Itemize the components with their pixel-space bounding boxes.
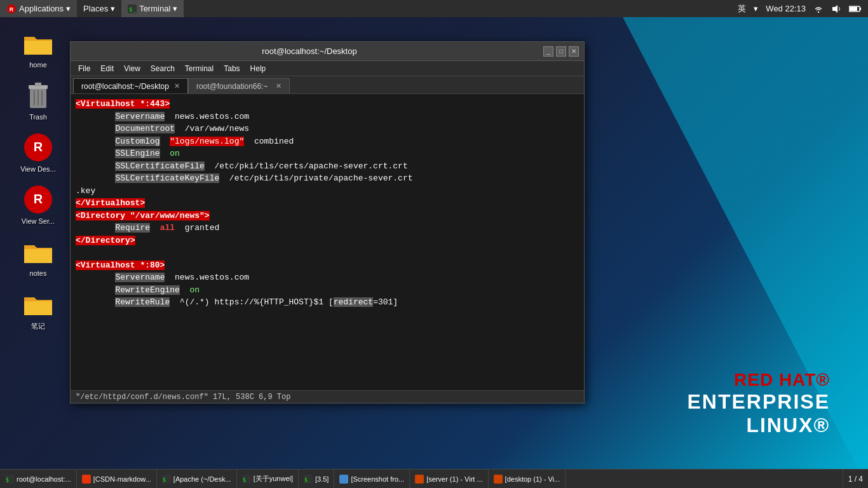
svg-text:$: $ (6, 477, 9, 483)
taskbar-bottom: $ root@localhost:... [CSDN-markdow... $ … (0, 469, 868, 488)
menu-edit[interactable]: Edit (95, 61, 119, 76)
biji-icon[interactable]: 笔记 (13, 286, 64, 334)
taskbar-top: R Applications ▾ Places ▾ $_ Terminal ▾ … (0, 0, 868, 17)
tab-foundation-label: root@foundation66:~ (196, 82, 268, 91)
view-desktop-icon[interactable]: R View Des... (13, 130, 64, 175)
desktop: RED HAT® ENTERPRISE LINUX® R Application… (0, 0, 868, 488)
folder-svg (23, 30, 53, 56)
tab-localhost[interactable]: root@localhost:~/Desktop ✕ (73, 78, 188, 93)
red-hat-label: RED HAT® (688, 370, 830, 390)
window-buttons: _ □ ✕ (543, 46, 579, 57)
terminal-label: Terminal (139, 4, 170, 13)
svg-text:R: R (10, 6, 14, 13)
taskbar-item-root-localhost[interactable]: $ root@localhost:... (0, 470, 77, 488)
notes-icon[interactable]: notes (13, 234, 64, 280)
line-13 (76, 247, 579, 259)
taskbar-item-csdn[interactable]: [CSDN-markdow... (77, 470, 157, 488)
tab-foundation-close[interactable]: ✕ (276, 82, 281, 90)
applications-menu[interactable]: R Applications ▾ (0, 0, 77, 17)
line-7: SSLCertificateKeyFile /etc/pki/tls/priva… (76, 172, 579, 185)
taskbar-label-csdn: [CSDN-markdow... (93, 475, 151, 483)
terminal-title: root@localhost:~/Desktop (76, 46, 543, 56)
taskbar-item-screenshot[interactable]: [Screenshot fro... (334, 470, 410, 488)
home-icon[interactable]: home (13, 25, 64, 71)
taskbar-page: 1 / 4 (843, 470, 868, 488)
menu-help[interactable]: Help (245, 61, 271, 76)
page-indicator: 1 / 4 (848, 475, 863, 484)
taskbar-label-35: [3.5] (315, 475, 329, 483)
line-3: Documentroot /var/www/news (76, 123, 579, 135)
taskbar-label-server: [server (1) - Virt ... (426, 475, 482, 483)
svg-text:$: $ (304, 477, 308, 483)
taskbar-item-yunwei[interactable]: $ [关于yunwei] (237, 470, 299, 488)
line-16: RewriteEngine on (76, 284, 579, 297)
lang-arrow: ▾ (754, 4, 758, 13)
desktop-icons: home Trash R (13, 25, 64, 334)
tab-foundation[interactable]: root@foundation66:~ ✕ (188, 78, 290, 93)
biji-label: 笔记 (31, 322, 45, 331)
redhat-server-icon: R (23, 184, 53, 215)
redhat-server-svg: R (23, 184, 53, 215)
home-folder-icon (23, 28, 53, 58)
line-6: SSLCertificateFile /etc/pki/tls/certs/ap… (76, 160, 579, 173)
language-indicator[interactable]: 英 (738, 3, 746, 15)
applications-arrow: ▾ (66, 4, 71, 13)
terminal-menu[interactable]: $_ Terminal ▾ (121, 0, 184, 17)
terminal-bottom-icon: $ (5, 475, 14, 484)
maximize-button[interactable]: □ (556, 46, 566, 57)
applications-label: Applications (19, 4, 64, 13)
home-label: home (29, 61, 47, 69)
terminal-yunwei-icon: $ (242, 475, 251, 484)
terminal-35-icon: $ (304, 475, 313, 484)
notes-folder-icon (23, 236, 53, 267)
line-17: RewriteRule ^(/.*) https://%{HTTP_HOST}$… (76, 296, 579, 309)
battery-icon (849, 5, 862, 13)
terminal-arrow: ▾ (173, 4, 177, 13)
virt-desktop-icon (494, 475, 503, 484)
menu-file[interactable]: File (73, 61, 95, 76)
taskbar-label-screenshot: [Screenshot fro... (351, 475, 404, 483)
tab-localhost-close[interactable]: ✕ (174, 82, 180, 90)
terminal-content[interactable]: <Virtualhost *:443> Servername news.west… (71, 94, 584, 390)
view-server-label: View Ser... (22, 217, 55, 225)
redhat-desktop-icon: R (23, 132, 53, 163)
svg-text:$: $ (243, 477, 246, 483)
line-12: </Directory> (76, 234, 579, 247)
line-11: Require all granted (76, 222, 579, 234)
menu-terminal[interactable]: Terminal (180, 61, 219, 76)
taskbar-item-35[interactable]: $ [3.5] (299, 470, 334, 488)
minimize-button[interactable]: _ (543, 46, 553, 57)
taskbar-item-server[interactable]: [server (1) - Virt ... (410, 470, 488, 488)
taskbar-item-desktop-virt[interactable]: [desktop (1) - Vi... (489, 470, 566, 488)
close-button[interactable]: ✕ (569, 46, 579, 57)
terminal-statusbar: "/etc/httpd/conf.d/news.conf" 17L, 538C … (71, 390, 584, 403)
taskbar-item-apache[interactable]: $ [Apache (~/Desk... (157, 470, 237, 488)
line-15: Servername news.westos.com (76, 271, 579, 284)
view-desktop-label: View Des... (20, 165, 55, 173)
volume-icon (831, 4, 841, 14)
places-menu[interactable]: Places ▾ (77, 0, 121, 17)
clock: Wed 22:13 (766, 4, 806, 13)
trash-image (23, 80, 53, 111)
menu-view[interactable]: View (119, 61, 146, 76)
svg-text:R: R (34, 140, 43, 154)
biji-folder-svg (23, 291, 53, 316)
taskbar-label-root: root@localhost:... (17, 475, 71, 483)
menu-search[interactable]: Search (146, 61, 180, 76)
firefox-taskbar-icon (82, 475, 91, 484)
taskbar-label-desktop-virt: [desktop (1) - Vi... (505, 475, 560, 483)
wifi-icon (813, 4, 824, 14)
terminal-apache-icon: $ (162, 475, 171, 484)
redhat-icon: R (6, 4, 17, 14)
svg-rect-6 (860, 8, 861, 10)
trash-desktop-icon[interactable]: Trash (13, 78, 64, 123)
rhel-branding: RED HAT® ENTERPRISE LINUX® (688, 370, 830, 437)
menu-tabs[interactable]: Tabs (219, 61, 245, 76)
top-right-section: 英 ▾ Wed 22:13 (731, 3, 868, 15)
terminal-menubar: File Edit View Search Terminal Tabs Help (71, 61, 584, 76)
view-server-icon[interactable]: R View Ser... (13, 182, 64, 227)
svg-marker-4 (832, 5, 837, 13)
places-label: Places (83, 4, 108, 13)
svg-text:R: R (34, 192, 43, 206)
svg-rect-7 (850, 7, 857, 11)
